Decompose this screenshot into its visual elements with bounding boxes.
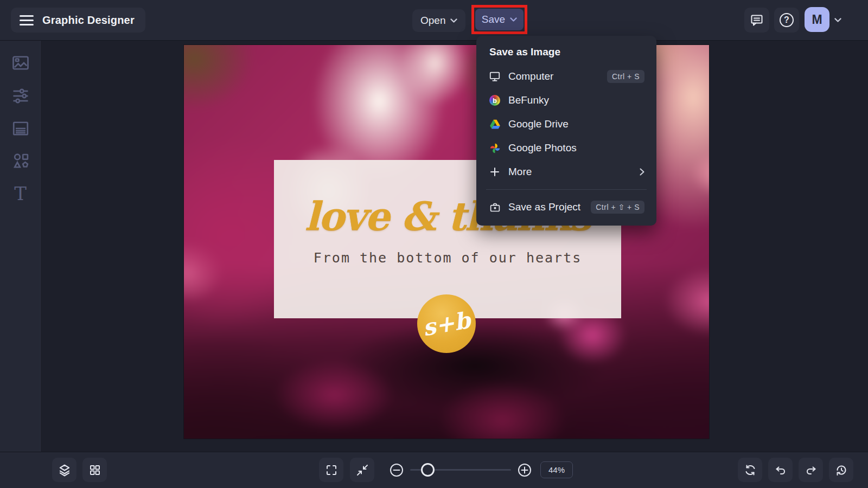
menu-item-save-as-project[interactable]: Save as Project Ctrl + ⇧ + S [476,195,656,219]
monogram-badge[interactable]: s+b [417,294,476,353]
sidebar-item-graphics[interactable] [8,149,33,173]
adjust-sliders-icon [11,86,30,106]
open-button[interactable]: Open [412,9,465,32]
menu-item-label: Save as Project [508,201,580,213]
sidebar-item-edit[interactable] [8,84,33,108]
grid-icon [88,464,101,477]
computer-icon [488,70,501,82]
zoom-level-value: 44% [548,465,565,474]
redo-icon [805,464,818,477]
refresh-button[interactable] [738,458,762,482]
menu-item-google-drive[interactable]: Google Drive [476,112,656,136]
history-icon [835,464,848,477]
save-button-label: Save [482,14,505,25]
user-avatar[interactable]: M [805,7,829,32]
save-dropdown-menu: Save as Image Computer Ctrl + S b BeFunk… [476,36,656,226]
image-icon [11,53,30,73]
menu-item-label: More [508,166,532,178]
menu-divider [486,189,647,190]
sidebar-item-templates[interactable] [8,116,33,140]
sidebar-item-image-manager[interactable] [8,50,33,75]
help-button[interactable]: ? [774,8,799,33]
undo-button[interactable] [768,458,793,482]
fullscreen-button[interactable] [319,458,343,482]
dropdown-section-title: Save as Image [476,43,656,65]
sync-icon [744,464,757,477]
template-icon [11,119,30,138]
open-button-label: Open [420,15,445,27]
zoom-level-display[interactable]: 44% [540,461,573,478]
monogram-text: s+b [420,306,472,341]
avatar-initial: M [812,12,822,27]
history-button[interactable] [829,458,853,482]
fullscreen-icon [325,464,338,477]
question-mark-icon: ? [780,13,794,27]
bottom-bar: 44% [0,452,868,488]
comment-icon [750,13,764,27]
zoom-in-button[interactable] [516,462,533,478]
undo-icon [774,464,787,477]
briefcase-icon [488,202,501,213]
save-button[interactable]: Save [475,9,524,30]
app-title: Graphic Designer [42,14,135,27]
menu-item-label: Computer [508,70,553,82]
menu-item-label: Google Drive [508,118,569,130]
text-tool-icon: T [14,183,27,204]
main-menu-button[interactable]: Graphic Designer [11,8,145,33]
google-photos-icon [488,143,501,154]
fit-to-screen-button[interactable] [350,458,374,482]
layers-button[interactable] [52,458,76,482]
redo-button[interactable] [799,458,823,482]
menu-item-google-photos[interactable]: Google Photos [476,136,656,160]
menu-item-computer[interactable]: Computer Ctrl + S [476,65,656,88]
befunky-icon: b [488,95,501,106]
design-subheading: From the bottom of our hearts [314,250,582,266]
chevron-right-icon [640,168,644,176]
menu-item-label: BeFunky [508,94,549,106]
chevron-down-icon [450,18,457,23]
top-bar: Graphic Designer Open Save ? M [0,0,868,41]
chevron-down-icon [510,17,517,22]
shapes-icon [11,151,30,171]
menu-item-more[interactable]: More [476,160,656,184]
zoom-slider-knob[interactable] [421,463,435,477]
annotation-highlight-box: Save [471,5,527,34]
zoom-out-icon [388,462,405,478]
zoom-out-button[interactable] [388,462,405,478]
account-chevron-icon[interactable] [834,18,841,22]
sidebar-item-text[interactable]: T [8,181,33,206]
collapse-icon [356,464,369,477]
shortcut-badge: Ctrl + ⇧ + S [591,201,644,214]
tools-sidebar: T [0,41,41,488]
grid-view-button[interactable] [82,458,107,482]
feedback-button[interactable] [744,8,769,33]
zoom-in-icon [516,462,533,478]
menu-item-label: Google Photos [508,142,577,154]
hamburger-icon [20,15,34,25]
menu-item-befunky[interactable]: b BeFunky [476,88,656,112]
zoom-slider[interactable] [410,458,511,482]
shortcut-badge: Ctrl + S [607,70,644,83]
layers-icon [58,463,72,477]
plus-icon [488,166,501,177]
google-drive-icon [488,119,501,130]
